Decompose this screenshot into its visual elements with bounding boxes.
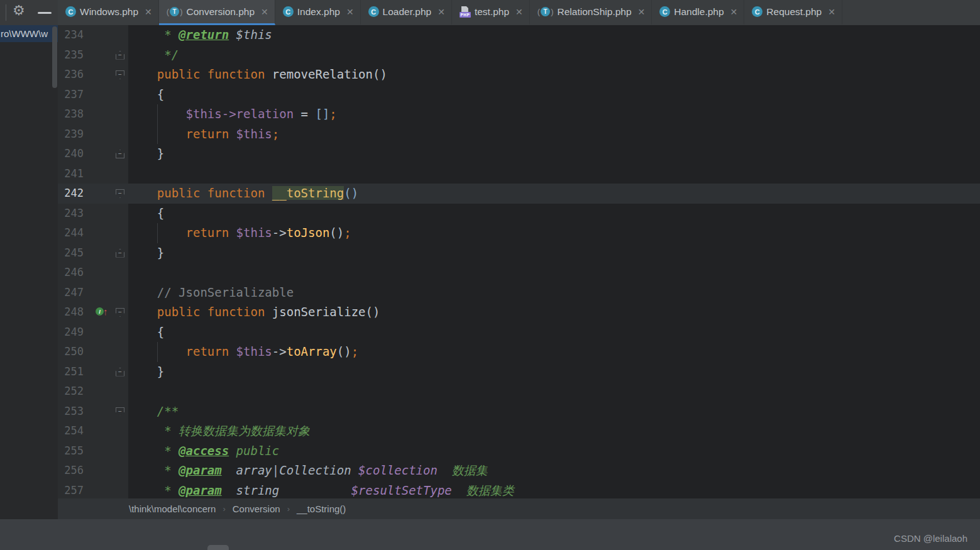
close-icon[interactable]: ✕ [515,6,523,17]
line-number[interactable]: 240 [58,144,94,164]
tab-windows-php[interactable]: CWindows.php✕ [58,0,159,25]
line-number[interactable]: 237 [58,85,94,105]
line-number[interactable]: 236 [58,65,94,85]
breadcrumb-item[interactable]: __toString() [297,503,346,514]
gutter-badge-column [94,184,113,204]
code-text[interactable]: return $this; [128,124,980,145]
code-text[interactable]: { [128,204,980,224]
breadcrumb-item[interactable]: Conversion [233,503,280,514]
close-icon[interactable]: ✕ [730,6,738,17]
tab-request-php[interactable]: CRequest.php✕ [744,0,842,25]
fold-column [113,481,128,499]
code-text[interactable]: return $this->toJson(); [128,223,980,243]
code-text[interactable]: public function __toString() [128,184,980,204]
code-line-244: 244 return $this->toJson(); [58,223,980,243]
breadcrumb-separator: › [287,504,290,514]
code-text[interactable]: // JsonSerializable [128,283,980,303]
close-icon[interactable]: ✕ [261,6,268,17]
php-class-icon: C [659,6,670,17]
line-number[interactable]: 241 [58,164,94,184]
line-number[interactable]: 244 [58,223,94,243]
fold-column [113,283,128,303]
code-text[interactable]: * @return $this [128,25,980,45]
fold-start-icon[interactable]: − [116,70,124,79]
line-number[interactable]: 251 [58,362,94,382]
gutter-badge-column [94,65,113,85]
tab-relationship-php[interactable]: (T)RelationShip.php✕ [530,0,652,25]
tab-index-php[interactable]: CIndex.php✕ [275,0,361,25]
code-text[interactable]: } [128,243,980,263]
line-number[interactable]: 254 [58,421,94,441]
tab-conversion-php[interactable]: (T)Conversion.php✕ [159,0,275,25]
code-text[interactable]: } [128,144,980,164]
code-editor[interactable]: 234 * @return $this235− */236− public fu… [58,25,980,498]
fold-column [113,342,128,362]
gear-icon[interactable]: ⚙ [13,3,25,18]
tab-test-php[interactable]: PHPtest.php✕ [452,0,530,25]
code-text[interactable]: public function jsonSerialize() [128,302,980,322]
line-number[interactable]: 252 [58,382,94,402]
code-line-243: 243 { [58,204,980,224]
fold-start-icon[interactable]: − [116,407,124,416]
line-number[interactable]: 255 [58,441,94,461]
tab-loader-php[interactable]: CLoader.php✕ [361,0,452,25]
close-icon[interactable]: ✕ [346,6,354,17]
fold-column [113,164,128,184]
fold-end-icon[interactable]: − [116,249,124,258]
fold-end-icon[interactable]: − [116,150,124,158]
code-text[interactable]: { [128,322,980,343]
php-class-icon: C [65,6,76,17]
panel-scrollbar-thumb[interactable] [52,26,57,88]
code-text[interactable]: { [128,85,980,105]
line-number[interactable]: 253 [58,402,94,422]
code-text[interactable]: return $this->toArray(); [128,342,980,362]
fold-end-icon[interactable]: − [116,51,124,60]
code-text[interactable]: /** [128,402,980,422]
line-number[interactable]: 256 [58,461,94,481]
fold-start-icon[interactable]: − [116,189,124,198]
fold-column [113,204,128,224]
line-number[interactable]: 246 [58,263,94,283]
code-text[interactable]: * @access public [128,441,980,461]
gutter-badge-column [94,342,113,362]
code-text[interactable]: * @param array|Collection $collection 数据… [128,461,980,481]
code-line-249: 249 { [58,322,980,343]
gutter-badge-column [94,144,113,164]
close-icon[interactable]: ✕ [828,6,835,17]
line-number[interactable]: 249 [58,322,94,343]
code-text[interactable] [128,164,980,184]
implements-method-icon[interactable]: I↑ [96,307,108,316]
fold-end-icon[interactable]: − [116,368,124,377]
code-text[interactable]: $this->relation = []; [128,104,980,124]
line-number[interactable]: 257 [58,481,94,499]
line-number[interactable]: 242 [58,184,94,204]
line-number[interactable]: 234 [58,25,94,45]
code-text[interactable]: * @param string $resultSetType 数据集类 [128,481,980,499]
tab-handle-php[interactable]: CHandle.php✕ [652,0,744,25]
gutter-badge-column [94,243,113,263]
close-icon[interactable]: ✕ [438,6,445,17]
line-number[interactable]: 239 [58,124,94,145]
line-number[interactable]: 243 [58,204,94,224]
close-icon[interactable]: ✕ [638,6,646,17]
line-number[interactable]: 245 [58,243,94,263]
code-text[interactable] [128,382,980,402]
code-text[interactable]: public function removeRelation() [128,65,980,85]
close-icon[interactable]: ✕ [145,6,152,17]
project-tree-selected-item[interactable]: ro\WWW\w [0,25,58,42]
hide-panel-icon[interactable] [38,12,52,14]
code-text[interactable]: */ [128,45,980,65]
code-text[interactable]: * 转换数据集为数据集对象 [128,421,980,441]
line-number[interactable]: 250 [58,342,94,362]
breadcrumb-item[interactable]: \think\model\concern [129,503,216,514]
line-number[interactable]: 248 [58,302,94,322]
line-number[interactable]: 247 [58,283,94,303]
fold-column: − [113,302,128,322]
gutter-badge-column [94,283,113,303]
line-number[interactable]: 238 [58,104,94,124]
code-text[interactable]: } [128,362,980,382]
line-number[interactable]: 235 [58,45,94,65]
php-file-icon: PHP [460,6,471,18]
code-text[interactable] [128,263,980,283]
fold-start-icon[interactable]: − [116,308,124,317]
